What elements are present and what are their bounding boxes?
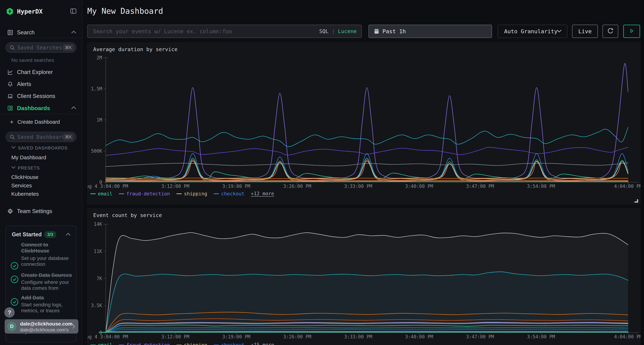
sidebar-item-label: Dashboards: [17, 105, 50, 111]
search-section-icon: [7, 29, 14, 36]
page-title: My New Dashboard: [87, 6, 163, 15]
series-other-violet: [106, 147, 628, 155]
legend-swatch: [176, 193, 182, 194]
legend-item-checkout[interactable]: checkout: [214, 191, 244, 196]
user-menu[interactable]: D dale@clickhouse.com dale@clickhouse.co…: [5, 319, 78, 334]
event-search-box[interactable]: SQL | Lucene: [87, 25, 362, 38]
sidebar-item-my-dashboard[interactable]: My Dashboard: [11, 154, 46, 161]
search-icon: [10, 134, 15, 141]
chart-panel-avg-duration: Average duration by service 0500K1M1.5M2…: [87, 42, 640, 204]
sidebar-item-client-sessions[interactable]: Client Sessions: [0, 91, 82, 101]
chevron-up-icon[interactable]: [66, 233, 71, 237]
get-started-badge: 3/3: [44, 231, 56, 238]
saved-dashboards-header[interactable]: SAVED DASHBOARDS: [18, 145, 68, 150]
legend-more-link[interactable]: +12 more: [251, 191, 274, 197]
time-range-value: Past 1h: [382, 28, 406, 34]
event-count-chart: 03.5K7K11K14KAug 4 3:04:00 PM3:12:00 PM3…: [88, 209, 640, 345]
sidebar-item-clickhouse[interactable]: ClickHouse: [11, 174, 38, 180]
granularity-value: Auto Granularity: [504, 28, 558, 34]
legend-more-link[interactable]: +15 more: [251, 342, 274, 345]
dashboards-grid-icon: [7, 105, 14, 111]
chart-explorer-icon: [7, 69, 14, 76]
legend-item-checkout[interactable]: checkout: [214, 342, 244, 345]
saved-searches-input[interactable]: Saved Searches ⌘K: [6, 42, 76, 53]
get-started-item[interactable]: Create Data Sources Configure where your…: [6, 272, 77, 294]
legend-item-email[interactable]: email: [90, 191, 112, 196]
legend-item-email[interactable]: email: [90, 342, 112, 345]
x-tick-label: 4:04:00 PM: [614, 184, 640, 189]
lucene-mode-toggle[interactable]: Lucene: [338, 28, 357, 34]
saved-dashboards-placeholder: Saved Dashboards: [17, 134, 68, 140]
check-circle-icon: [10, 275, 18, 284]
x-tick-label: 3:40:00 PM: [405, 334, 433, 340]
sidebar-item-services[interactable]: Services: [11, 183, 32, 189]
chevron-down-icon: [11, 166, 16, 169]
get-started-item[interactable]: Add Data Start sending logs, metrics, or…: [6, 295, 77, 316]
event-search-input[interactable]: [93, 28, 319, 34]
series-other-orange-light: [106, 180, 628, 181]
app-root: HyperDX Search Saved Searches ⌘K No save…: [0, 0, 644, 345]
sidebar-collapse-icon[interactable]: [70, 8, 76, 14]
series-other-green: [106, 182, 628, 182]
mode-separator: |: [332, 28, 335, 34]
live-button[interactable]: Live: [572, 25, 598, 38]
help-button[interactable]: ?: [4, 307, 15, 318]
gear-icon: [7, 208, 14, 215]
x-tick-label: 3:12:00 PM: [161, 334, 190, 340]
create-dashboard-button[interactable]: + Create Dashboard: [10, 119, 60, 125]
sidebar-item-team-settings[interactable]: Team Settings: [0, 206, 82, 217]
sidebar-item-alerts[interactable]: Alerts: [0, 79, 82, 89]
sidebar-item-search[interactable]: Search: [0, 27, 82, 38]
legend-label: email: [98, 191, 112, 196]
y-tick-label: 1.5M: [91, 86, 102, 91]
chevron-right-icon: [72, 324, 75, 330]
refresh-button[interactable]: [602, 25, 618, 38]
run-query-button[interactable]: [623, 25, 640, 38]
no-saved-searches-text: No saved searches: [11, 57, 54, 63]
chevron-down-icon: [11, 146, 16, 149]
time-range-picker[interactable]: Past 1h: [368, 25, 492, 38]
sidebar-item-label: Client Sessions: [17, 93, 55, 99]
check-circle-icon: [10, 262, 18, 270]
get-started-item-desc: Set up your database connection: [21, 255, 73, 267]
sidebar-item-label: Team Settings: [17, 208, 52, 215]
get-started-item-desc: Start sending logs, metrics, or traces: [21, 302, 73, 314]
get-started-title: Get Started: [12, 231, 42, 238]
legend-item-shipping[interactable]: shipping: [176, 342, 207, 345]
saved-searches-placeholder: Saved Searches: [17, 45, 62, 50]
sidebar-item-kubernetes[interactable]: Kubernetes: [11, 191, 39, 197]
saved-dashboards-input[interactable]: Saved Dashboards ⌘K: [6, 132, 76, 142]
x-tick-label: 3:33:00 PM: [344, 184, 372, 189]
sql-mode-toggle[interactable]: SQL: [319, 28, 328, 34]
sidebar-item-dashboards[interactable]: Dashboards: [0, 103, 82, 113]
granularity-select[interactable]: Auto Granularity: [498, 25, 568, 38]
laptop-icon: [7, 93, 14, 100]
legend-label: shipping: [184, 342, 207, 345]
play-icon: [628, 28, 635, 35]
y-tick-label: 7K: [96, 276, 102, 281]
create-dashboard-label: Create Dashboard: [18, 119, 60, 125]
search-icon: [10, 45, 15, 51]
avg-duration-chart: 0500K1M1.5M2MAug 4 3:04:00 PM3:12:00 PM3…: [88, 43, 640, 204]
legend-label: checkout: [221, 342, 244, 345]
get-started-item[interactable]: Connect to ClickHouse Set up your databa…: [6, 242, 77, 269]
legend-item-fraud-detection[interactable]: fraud-detection: [119, 191, 170, 196]
sidebar-item-chart-explorer[interactable]: Chart Explorer: [0, 67, 82, 78]
legend-item-shipping[interactable]: shipping: [176, 191, 207, 196]
legend-item-fraud-detection[interactable]: fraud-detection: [119, 342, 170, 345]
logo-row: HyperDX: [0, 6, 82, 17]
x-tick-label: 3:26:00 PM: [283, 334, 311, 340]
legend-swatch: [214, 193, 219, 194]
x-tick-label: 3:40:00 PM: [405, 184, 433, 189]
x-tick-label: 3:26:00 PM: [283, 184, 311, 189]
series-other-gray: [106, 163, 628, 167]
avatar: D: [7, 322, 16, 331]
scrollbar[interactable]: [641, 0, 644, 345]
x-tick-label: 3:47:00 PM: [466, 184, 494, 189]
x-tick-label: 3:19:00 PM: [222, 184, 250, 189]
resize-handle-icon[interactable]: [634, 199, 638, 203]
legend-label: fraud-detection: [126, 191, 170, 196]
sidebar-item-label: Alerts: [17, 81, 31, 87]
presets-header[interactable]: PRESETS: [18, 166, 40, 171]
plus-icon: +: [10, 119, 14, 125]
